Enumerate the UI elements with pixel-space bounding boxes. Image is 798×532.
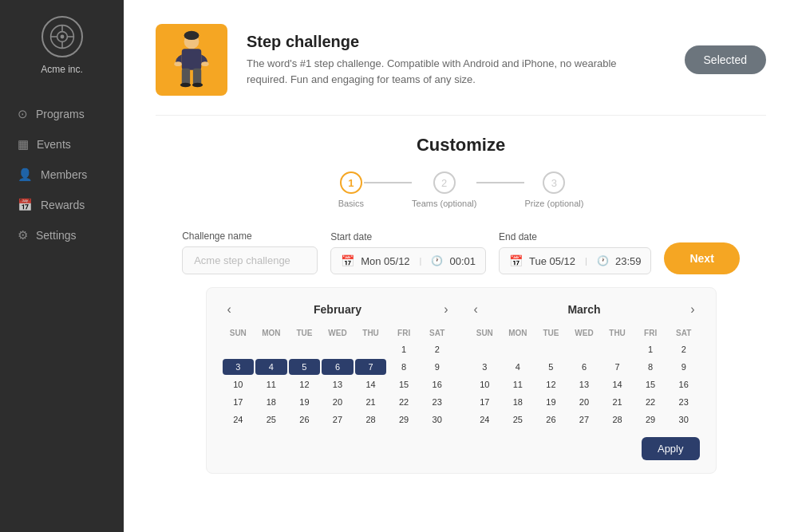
- sidebar-item-rewards[interactable]: 📅 Rewards: [0, 190, 124, 220]
- day-header: WED: [568, 326, 600, 340]
- calendar-day[interactable]: 28: [355, 412, 387, 428]
- start-date-input[interactable]: 📅 Mon 05/12 | 🕐 00:01: [330, 247, 486, 274]
- calendar-day[interactable]: 13: [568, 376, 600, 392]
- calendar-day[interactable]: 27: [568, 412, 600, 428]
- sidebar-label-settings: Settings: [36, 229, 77, 242]
- calendar-day[interactable]: 4: [502, 359, 534, 375]
- day-header: FRI: [634, 326, 666, 340]
- main-content: Step challenge The word's #1 step challe…: [124, 0, 798, 532]
- calendar-day[interactable]: 20: [322, 394, 354, 410]
- calendar-day[interactable]: 14: [355, 376, 387, 392]
- calendar-day[interactable]: 29: [634, 412, 666, 428]
- challenge-name-input[interactable]: [182, 246, 318, 274]
- calendar-day[interactable]: 26: [535, 412, 567, 428]
- calendar-day[interactable]: 6: [568, 359, 600, 375]
- challenge-name-group: Challenge name: [182, 231, 318, 274]
- calendar-day[interactable]: 12: [535, 376, 567, 392]
- calendar-day[interactable]: 26: [289, 412, 321, 428]
- calendar-day[interactable]: 22: [388, 394, 420, 410]
- svg-point-11: [201, 61, 208, 66]
- calendar-day[interactable]: 19: [289, 394, 321, 410]
- calendar-day[interactable]: 5: [289, 359, 321, 375]
- end-date-input[interactable]: 📅 Tue 05/12 | 🕐 23:59: [499, 247, 651, 274]
- calendar-day[interactable]: 8: [388, 359, 420, 375]
- settings-icon: ⚙: [18, 228, 28, 242]
- calendar-day[interactable]: 8: [634, 359, 666, 375]
- form-row: Challenge name Start date 📅 Mon 05/12 | …: [156, 231, 766, 274]
- apply-button[interactable]: Apply: [642, 437, 700, 460]
- sidebar-item-settings[interactable]: ⚙ Settings: [0, 220, 124, 250]
- calendar-day[interactable]: 22: [634, 394, 666, 410]
- calendar-day[interactable]: 29: [388, 412, 420, 428]
- calendar-day[interactable]: 5: [535, 359, 567, 375]
- march-header: ‹ March ›: [469, 301, 700, 318]
- calendar-day[interactable]: 21: [602, 394, 634, 410]
- february-calendar: ‹ February › SUNMONTUEWEDTHUFRISAT123456…: [223, 301, 453, 428]
- calendar-day[interactable]: 17: [223, 394, 255, 410]
- calendar-day[interactable]: 16: [421, 376, 453, 392]
- calendar-day[interactable]: 3: [469, 359, 501, 375]
- logo-icon: [41, 16, 83, 57]
- march-prev-button[interactable]: ‹: [469, 301, 483, 318]
- calendar-day[interactable]: 21: [355, 394, 387, 410]
- calendar-day[interactable]: 25: [502, 412, 534, 428]
- calendar-day[interactable]: 12: [289, 376, 321, 392]
- calendar-day[interactable]: 30: [668, 412, 700, 428]
- calendar-day[interactable]: 23: [668, 394, 700, 410]
- calendar-day: [223, 341, 255, 357]
- calendar-day[interactable]: 25: [255, 412, 287, 428]
- calendar-day[interactable]: 19: [535, 394, 567, 410]
- start-date-group: Start date 📅 Mon 05/12 | 🕐 00:01: [330, 231, 486, 274]
- sidebar-label-programs: Programs: [36, 108, 85, 120]
- calendar-day: [322, 341, 354, 357]
- calendar-day[interactable]: 24: [223, 412, 255, 428]
- calendar-day[interactable]: 18: [255, 394, 287, 410]
- rewards-icon: 📅: [18, 198, 33, 212]
- calendar-day[interactable]: 15: [388, 376, 420, 392]
- calendar-day[interactable]: 9: [421, 359, 453, 375]
- sidebar-item-members[interactable]: 👤 Members: [0, 160, 124, 190]
- calendar-day[interactable]: 17: [469, 394, 501, 410]
- calendar-day[interactable]: 10: [469, 376, 501, 392]
- next-button[interactable]: Next: [664, 242, 739, 274]
- sidebar-item-programs[interactable]: ⊙ Programs: [0, 99, 124, 129]
- calendar-day[interactable]: 7: [355, 359, 387, 375]
- calendar-icon-start: 📅: [341, 254, 354, 267]
- step-3: 3 Prize (optional): [524, 171, 583, 208]
- calendar-day[interactable]: 3: [223, 359, 255, 375]
- calendar-day[interactable]: 1: [634, 341, 666, 357]
- calendar-day[interactable]: 27: [322, 412, 354, 428]
- calendar-day[interactable]: 13: [322, 376, 354, 392]
- calendar-day[interactable]: 15: [634, 376, 666, 392]
- calendar-day[interactable]: 11: [502, 376, 534, 392]
- calendar-day[interactable]: 18: [502, 394, 534, 410]
- calendar-day[interactable]: 2: [668, 341, 700, 357]
- february-next-button[interactable]: ›: [439, 301, 452, 318]
- calendar-day[interactable]: 2: [421, 341, 453, 357]
- start-date-value: Mon 05/12: [361, 255, 409, 267]
- march-next-button[interactable]: ›: [685, 301, 699, 318]
- calendar-day[interactable]: 16: [668, 376, 700, 392]
- calendar-day[interactable]: 10: [223, 376, 255, 392]
- calendar-day[interactable]: 24: [469, 412, 501, 428]
- customize-section: Customize 1 Basics 2 Teams (optional) 3: [156, 135, 766, 474]
- calendar-day[interactable]: 20: [568, 394, 600, 410]
- calendar-day[interactable]: 11: [255, 376, 287, 392]
- calendar-container: ‹ February › SUNMONTUEWEDTHUFRISAT123456…: [206, 287, 717, 474]
- calendar-day[interactable]: 1: [388, 341, 420, 357]
- program-image: [156, 24, 227, 96]
- calendar-day[interactable]: 9: [668, 359, 700, 375]
- calendar-day[interactable]: 6: [322, 359, 354, 375]
- calendar-day[interactable]: 14: [602, 376, 634, 392]
- calendar-day[interactable]: 28: [602, 412, 634, 428]
- february-prev-button[interactable]: ‹: [223, 301, 236, 318]
- sidebar-item-events[interactable]: ▦ Events: [0, 129, 124, 160]
- calendar-day[interactable]: 23: [421, 394, 453, 410]
- calendar-day[interactable]: 7: [602, 359, 634, 375]
- start-time-value: 00:01: [449, 255, 476, 267]
- step-line-2-3: [476, 182, 524, 183]
- step-label-2: Teams (optional): [412, 199, 476, 208]
- calendar-day[interactable]: 30: [421, 412, 453, 428]
- svg-rect-9: [182, 49, 201, 69]
- calendar-day[interactable]: 4: [255, 359, 287, 375]
